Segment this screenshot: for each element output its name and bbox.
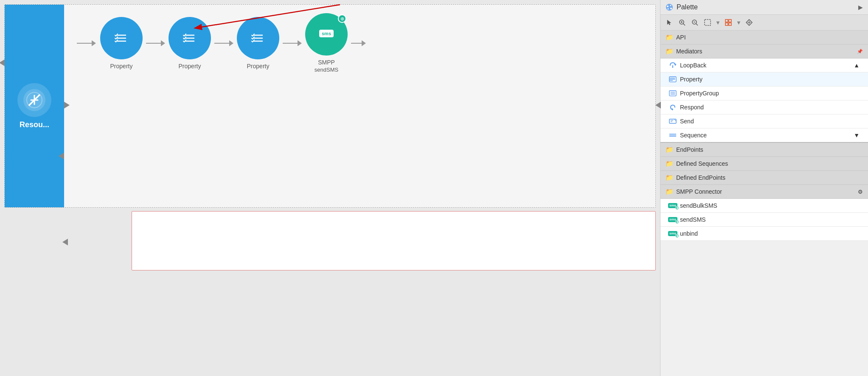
send-item-icon [669, 117, 677, 125]
palette-item-property[interactable]: Property [660, 72, 868, 86]
palette-item-loopback[interactable]: LoopBack ▲ [660, 58, 868, 72]
defined-endpoints-label: Defined EndPoints [676, 174, 725, 181]
svg-rect-38 [729, 19, 731, 22]
palette-title: Palette [666, 3, 698, 11]
palette-item-propertygroup[interactable]: PropertyGroup [660, 86, 868, 100]
sendSMS-icon: sms ⊕ [669, 216, 677, 223]
sms-badge-text: sms [319, 30, 334, 37]
palette-section-defined-endpoints[interactable]: 📁 Defined EndPoints [660, 171, 868, 185]
sendSMS-label: sendSMS [680, 216, 706, 223]
svg-point-24 [667, 6, 669, 7]
svg-marker-6 [0, 59, 5, 66]
svg-rect-58 [669, 119, 676, 123]
mediators-pin-icon: 📌 [857, 49, 863, 54]
send-label: Send [680, 118, 694, 125]
svg-point-52 [670, 80, 671, 81]
mediators-section-label: Mediators [676, 48, 702, 55]
resource-block[interactable]: Resou... [5, 5, 64, 207]
palette-item-send[interactable]: Send [660, 114, 868, 128]
palette-section-defined-sequences[interactable]: 📁 Defined Sequences [660, 157, 868, 171]
svg-rect-40 [729, 23, 731, 25]
palette-panel: Palette ▶ [660, 0, 868, 376]
endpoints-section-label: EndPoints [676, 146, 703, 153]
propertygroup-item-icon [669, 89, 677, 97]
resource-label: Resou... [20, 120, 49, 129]
respond-item-icon [669, 103, 677, 111]
palette-item-sendSMS[interactable]: sms ⊕ sendSMS [660, 213, 868, 227]
sendBulkSMS-label: sendBulkSMS [680, 202, 717, 209]
palette-item-respond[interactable]: Respond [660, 100, 868, 114]
palette-section-api[interactable]: 📁 API [660, 31, 868, 45]
palette-section-smpp-connector[interactable]: 📁 SMPP Connector ⚙ [660, 185, 868, 199]
svg-rect-37 [725, 19, 728, 22]
svg-rect-36 [705, 19, 711, 25]
svg-line-3 [29, 95, 39, 105]
property-node-1[interactable]: Property [100, 17, 143, 70]
svg-point-50 [670, 78, 671, 78]
zoom-in-button[interactable] [677, 17, 688, 28]
svg-point-23 [666, 4, 673, 11]
palette-item-sequence[interactable]: Sequence ▼ [660, 128, 868, 143]
property-label-2: Property [179, 63, 201, 70]
folder-icon-smpp: 📁 [666, 188, 674, 195]
canvas-container: Resou... [0, 0, 660, 376]
smpp-connector-settings[interactable]: ⚙ [858, 189, 863, 195]
palette-scrollable[interactable]: 📁 API 📁 Mediators 📌 LoopBack ▲ [660, 31, 868, 376]
palette-header: Palette ▶ [660, 0, 868, 15]
svg-marker-44 [674, 64, 677, 65]
palette-expand-button[interactable]: ▶ [858, 4, 863, 11]
svg-line-30 [683, 23, 685, 25]
folder-icon-defined-endpoints: 📁 [666, 174, 674, 181]
palette-item-sendBulkSMS[interactable]: sms ⊕ sendBulkSMS [660, 199, 868, 213]
svg-point-51 [670, 79, 671, 80]
connect-tool-button[interactable] [744, 17, 755, 28]
folder-icon-defined-sequences: 📁 [666, 160, 674, 167]
property-node-3[interactable]: Property [237, 17, 279, 70]
svg-marker-21 [59, 153, 64, 159]
svg-point-27 [668, 8, 669, 10]
flow-panel-top: Resou... [4, 4, 656, 208]
resource-icon [17, 83, 51, 117]
bottom-flow-panel [132, 211, 656, 270]
svg-point-25 [670, 5, 671, 6]
palette-section-endpoints[interactable]: 📁 EndPoints [660, 143, 868, 157]
flow-content: Property [64, 5, 655, 81]
svg-marker-20 [655, 102, 661, 109]
smpp-circle: sms ⊕ [305, 13, 348, 56]
respond-label: Respond [680, 104, 704, 111]
defined-sequences-label: Defined Sequences [676, 160, 728, 167]
sendBulkSMS-icon: sms ⊕ [669, 202, 677, 209]
property-node-2[interactable]: Property [169, 17, 211, 70]
select-tool-button[interactable] [664, 17, 675, 28]
sequence-item-icon [669, 131, 677, 139]
loopback-icon [669, 61, 677, 69]
loopback-collapse: ▲ [854, 62, 860, 69]
marquee-select-button[interactable] [702, 17, 713, 28]
folder-icon-api: 📁 [666, 33, 674, 41]
folder-icon-mediators: 📁 [666, 47, 674, 55]
snap-grid-button[interactable] [723, 17, 734, 28]
main-canvas-area: Resou... [0, 0, 660, 376]
sequence-label: Sequence [680, 132, 707, 139]
smpp-label: SMPP [318, 59, 335, 66]
zoom-out-button[interactable] [689, 17, 700, 28]
property-label-3: Property [247, 63, 270, 70]
property-circle-2 [169, 17, 211, 59]
property-label-palette: Property [680, 76, 702, 83]
smpp-connection-badge: ⊕ [338, 14, 346, 23]
unbind-icon: sms ⊕ [669, 230, 677, 237]
svg-point-26 [670, 8, 672, 9]
unbind-label: unbind [680, 230, 698, 237]
palette-item-unbind[interactable]: sms ⊕ unbind [660, 227, 868, 241]
palette-icon [666, 3, 673, 11]
palette-section-mediators[interactable]: 📁 Mediators 📌 [660, 45, 868, 58]
svg-line-34 [696, 23, 698, 25]
property-label-1: Property [110, 63, 133, 70]
svg-marker-5 [64, 102, 70, 109]
smpp-sublabel: sendSMS [315, 67, 338, 73]
smpp-node[interactable]: sms ⊕ SMPP sendSMS [305, 13, 348, 73]
folder-icon-endpoints: 📁 [666, 146, 674, 153]
property-circle-3 [237, 17, 279, 59]
palette-toolbar: ▼ ▼ [660, 15, 868, 31]
svg-marker-57 [671, 108, 673, 111]
